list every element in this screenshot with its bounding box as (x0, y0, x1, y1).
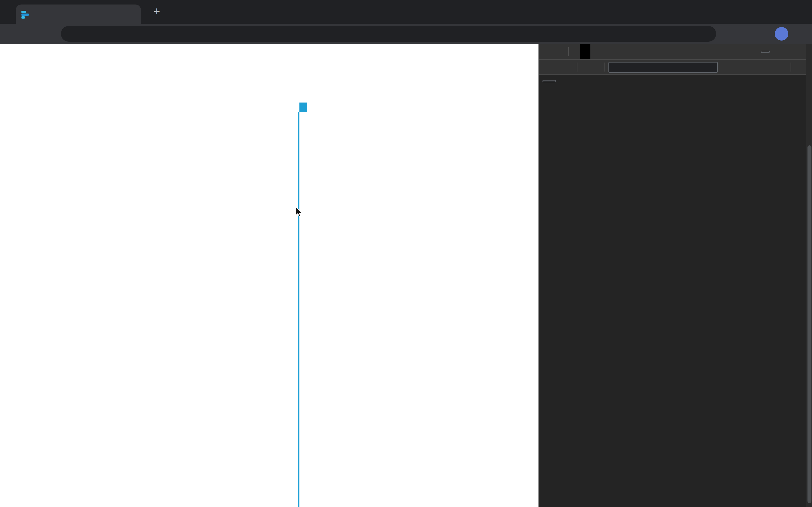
filter-input[interactable] (608, 62, 718, 72)
now-line-tooltip (299, 103, 307, 112)
divider (791, 62, 791, 71)
tab-sources[interactable] (591, 44, 601, 59)
tab-elements[interactable] (570, 44, 580, 59)
tab-console[interactable] (580, 44, 591, 59)
now-line (298, 112, 299, 507)
browser-toolbar (0, 24, 812, 44)
timeline-week-header (0, 79, 539, 89)
issues-bar (539, 75, 812, 87)
messages-badge[interactable] (761, 50, 770, 53)
tab-strip: + (0, 0, 812, 24)
devtools-panel (539, 44, 812, 507)
devtools-tab-bar (539, 44, 812, 60)
divider (568, 47, 569, 56)
console-toolbar (539, 60, 812, 75)
scrollbar-thumb[interactable] (807, 145, 811, 503)
schedulejs-logo-icon (21, 10, 30, 18)
more-tabs-button[interactable] (601, 44, 611, 59)
schedule-app-panel (0, 44, 539, 507)
browser-window: + (0, 0, 812, 507)
divider (604, 62, 605, 71)
url-bar[interactable] (61, 26, 716, 42)
content-area (0, 44, 812, 507)
new-tab-button[interactable]: + (150, 5, 163, 18)
mouse-cursor (295, 206, 303, 218)
timeline-day-header (0, 89, 539, 101)
console-output (539, 129, 812, 507)
gantt-chart (0, 101, 539, 507)
devtools-scrollbar[interactable] (806, 44, 812, 507)
issues-chip[interactable] (543, 80, 556, 82)
divider (577, 62, 577, 71)
browser-tab[interactable] (16, 4, 141, 24)
avatar[interactable] (775, 27, 788, 41)
